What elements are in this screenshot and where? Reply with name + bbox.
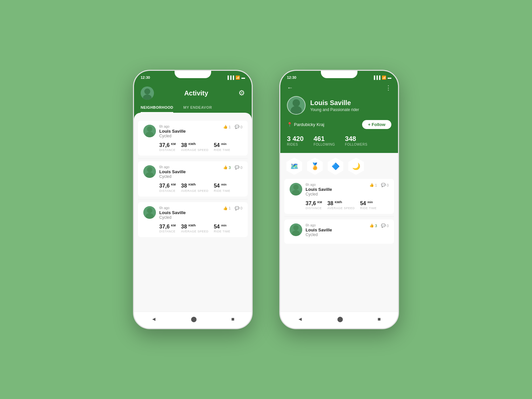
- like-count: 1: [229, 125, 231, 129]
- phone1-activity: 12:30 ▐▐▐ 📶 ▬ Activity ⚙ NEIGHBORHOOD MY…: [133, 70, 253, 329]
- svg-point-8: [293, 99, 300, 106]
- notch2: [321, 71, 357, 78]
- thumbup-icon: 👍: [223, 165, 228, 170]
- like-count: 1: [229, 206, 231, 210]
- nav-home-btn[interactable]: ⬤: [191, 316, 197, 322]
- comment-reaction[interactable]: 💬 0: [381, 223, 389, 228]
- like-reaction[interactable]: 👍 1: [223, 206, 231, 210]
- following-stat: 461 FOLLOWING: [314, 135, 335, 146]
- activity-item: 6h ago Louis Saville Cycled 👍 3 💬 0: [138, 161, 248, 196]
- nav-home-btn[interactable]: ⬤: [337, 316, 343, 322]
- item-avatar: [143, 206, 156, 219]
- profile-name: Louis Saville: [310, 99, 359, 107]
- comment-reaction[interactable]: 💬 0: [235, 165, 242, 170]
- tab-neighborhood[interactable]: NEIGHBORHOOD: [141, 105, 173, 113]
- profile-activity-item: 6h ago Louis Saville Cycled 👍 1 💬 0: [284, 179, 394, 214]
- followers-value: 348: [345, 135, 367, 143]
- comment-icon: 💬: [235, 165, 239, 170]
- phone2-profile: 12:30 ▐▐▐ 📶 ▬ ← ⋮ Louis Saville Young an…: [279, 70, 399, 329]
- item-avatar: [290, 223, 302, 236]
- distance-stat: 37,6 KM DISTANCE: [159, 224, 176, 233]
- item-time: 6h ago: [306, 223, 366, 227]
- ridetime-stat: 54 min RIDE TIME: [214, 224, 230, 233]
- profile-stats-row: 3 420 RIDES 461 FOLLOWING 348 FOLLOWERS: [287, 135, 391, 146]
- comment-reaction[interactable]: 💬 0: [235, 125, 242, 129]
- item-info: 6h ago Louis Saville Cycled: [306, 183, 366, 197]
- activity-content: 6h ago Louis Saville Cycled 👍 1 💬 0: [134, 119, 252, 312]
- like-reaction[interactable]: 👍 1: [369, 183, 377, 187]
- svg-point-13: [292, 230, 300, 236]
- item-info: 6h ago Louis Saville Cycled: [306, 223, 366, 237]
- avatar-small-svg: [290, 183, 302, 196]
- nav-back-btn[interactable]: ◄: [298, 316, 303, 322]
- activity-item: 6h ago Louis Saville Cycled 👍 1 💬 0: [138, 202, 248, 237]
- comment-icon: 💬: [235, 125, 239, 129]
- like-reaction[interactable]: 👍 1: [223, 125, 231, 129]
- profile-content: 🗺️ 🏅 🔷 🌙 6h ago Louis Saville Cycled: [280, 153, 398, 312]
- comment-count: 0: [387, 183, 389, 187]
- ridetime-stat: 54 min RIDE TIME: [360, 200, 377, 210]
- location-label: 📍 Pardubicky Kraj: [287, 122, 324, 127]
- item-reactions: 👍 1 💬 0: [223, 206, 242, 210]
- svg-point-0: [144, 88, 150, 94]
- tab-my-endeavor[interactable]: MY ENDEAVOR: [183, 105, 212, 113]
- app-title: Activity: [184, 89, 208, 97]
- item-time: 6h ago: [159, 125, 220, 128]
- activity-header: Activity ⚙: [134, 81, 252, 101]
- svg-point-11: [292, 190, 300, 196]
- svg-point-9: [291, 106, 302, 115]
- nav-recents-btn[interactable]: ■: [378, 316, 381, 322]
- profile-avatar: [287, 96, 306, 115]
- nav-recents-btn[interactable]: ■: [231, 316, 235, 322]
- item-reactions: 👍 3 💬 0: [369, 223, 389, 228]
- curve-divider: [134, 113, 252, 119]
- item-time: 6h ago: [159, 206, 220, 210]
- avatar-svg: [141, 86, 154, 100]
- item-info: 6h ago Louis Saville Cycled: [159, 125, 220, 138]
- distance-stat: 37,6 KM DISTANCE: [159, 183, 176, 192]
- speed-stat: 38 KM/h AVERAGE SPEED: [181, 142, 208, 152]
- item-name: Louis Saville: [159, 210, 220, 215]
- speed-stat: 38 KM/h AVERAGE SPEED: [181, 224, 208, 233]
- settings-icon[interactable]: ⚙: [238, 89, 245, 97]
- comment-reaction[interactable]: 💬 0: [381, 183, 389, 187]
- comment-count: 0: [240, 125, 242, 129]
- back-icon[interactable]: ←: [287, 84, 293, 91]
- badge-moon[interactable]: 🌙: [347, 158, 365, 175]
- svg-point-2: [147, 126, 152, 132]
- bottom-nav-1: ◄ ⬤ ■: [134, 312, 252, 328]
- item-reactions: 👍 1 💬 0: [369, 183, 389, 187]
- thumbup-icon: 👍: [369, 183, 374, 187]
- more-icon[interactable]: ⋮: [385, 84, 391, 91]
- item-name: Louis Saville: [159, 129, 220, 134]
- item-info: 6h ago Louis Saville Cycled: [159, 206, 220, 220]
- item-stats: 37,6 KM DISTANCE 38 KM/h AVERAGE SPEED 5…: [159, 182, 242, 192]
- like-reaction[interactable]: 👍 3: [369, 223, 377, 228]
- comment-icon: 💬: [381, 183, 386, 187]
- thumbup-icon: 👍: [223, 125, 228, 129]
- item-name: Louis Saville: [306, 187, 366, 192]
- rides-value: 3 420: [287, 135, 304, 143]
- like-count: 3: [229, 166, 231, 170]
- svg-point-12: [293, 225, 299, 230]
- comment-reaction[interactable]: 💬 0: [235, 206, 242, 210]
- profile-avatar-svg: [288, 96, 305, 115]
- status-time-2: 12:30: [287, 75, 296, 79]
- speed-stat: 38 KM/h AVERAGE SPEED: [328, 200, 355, 210]
- badge-maps[interactable]: 🗺️: [286, 158, 303, 175]
- like-count: 1: [375, 183, 377, 187]
- nav-back-btn[interactable]: ◄: [151, 316, 157, 322]
- badge-diamond[interactable]: 🔷: [327, 158, 344, 175]
- follow-button[interactable]: + Follow: [362, 120, 391, 129]
- item-avatar: [143, 165, 156, 178]
- item-action: Cycled: [306, 232, 366, 237]
- svg-point-5: [146, 172, 154, 178]
- badge-medal[interactable]: 🏅: [306, 158, 324, 175]
- status-icons-1: ▐▐▐ 📶 ▬: [226, 75, 245, 80]
- item-action: Cycled: [159, 134, 220, 138]
- like-reaction[interactable]: 👍 3: [223, 165, 231, 170]
- profile-info: Louis Saville Young and Passionate rider: [287, 96, 391, 115]
- item-action: Cycled: [159, 215, 220, 220]
- svg-point-6: [147, 208, 152, 213]
- notch1: [175, 71, 211, 78]
